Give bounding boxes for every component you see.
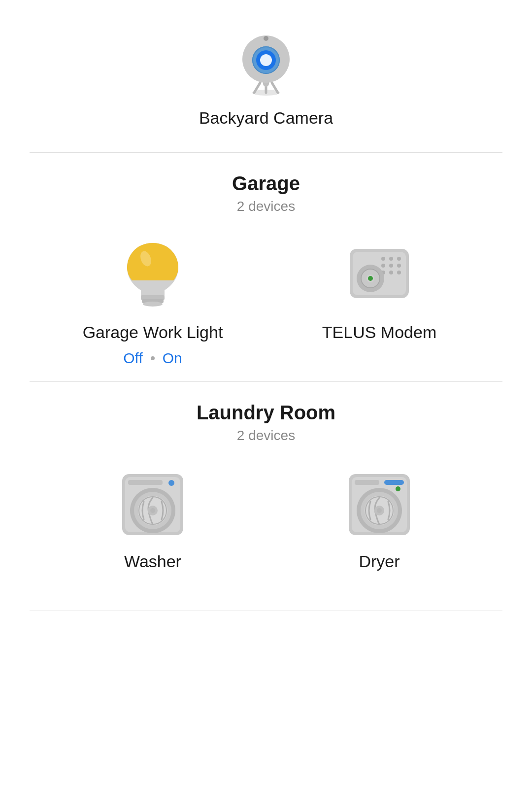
- svg-point-34: [168, 480, 174, 486]
- svg-point-13: [143, 302, 163, 307]
- svg-point-17: [381, 257, 385, 261]
- telus-modem-label: TELUS Modem: [322, 323, 436, 342]
- dryer-item: Dryer: [286, 463, 473, 571]
- bottom-divider: [30, 611, 502, 611]
- garage-devices-grid: Garage Work Light Off On: [0, 234, 532, 367]
- svg-point-29: [368, 276, 373, 281]
- svg-point-22: [397, 264, 401, 268]
- svg-point-8: [260, 54, 272, 66]
- backyard-camera-icon[interactable]: [227, 20, 305, 99]
- svg-point-21: [389, 264, 393, 268]
- garage-work-light-on-button[interactable]: On: [163, 350, 182, 367]
- telus-modem-item: TELUS Modem: [286, 234, 473, 342]
- laundry-room-subtitle: 2 devices: [0, 428, 532, 444]
- svg-point-19: [397, 257, 401, 261]
- garage-work-light-controls: Off On: [123, 350, 182, 367]
- svg-rect-43: [384, 480, 404, 485]
- garage-work-light-item: Garage Work Light Off On: [59, 234, 246, 367]
- svg-rect-42: [355, 480, 379, 485]
- washer-icon[interactable]: [113, 463, 192, 542]
- backyard-camera-section: Backyard Camera: [0, 0, 532, 152]
- washer-item: Washer: [59, 463, 246, 571]
- svg-rect-33: [128, 480, 163, 485]
- dryer-label: Dryer: [359, 552, 399, 571]
- garage-work-light-off-button[interactable]: Off: [123, 350, 142, 367]
- controls-separator: [151, 356, 155, 360]
- svg-point-44: [396, 486, 400, 491]
- svg-point-39: [150, 508, 155, 513]
- svg-point-24: [389, 271, 393, 274]
- laundry-room-section: Laundry Room 2 devices: [0, 382, 532, 586]
- telus-modem-icon[interactable]: [340, 234, 419, 313]
- garage-subtitle: 2 devices: [0, 199, 532, 214]
- dryer-icon[interactable]: [340, 463, 419, 542]
- svg-point-25: [397, 271, 401, 274]
- svg-point-49: [377, 508, 382, 513]
- svg-point-9: [264, 36, 268, 41]
- washer-label: Washer: [124, 552, 181, 571]
- garage-work-light-icon[interactable]: [113, 234, 192, 313]
- garage-section: Garage 2 devices Garage Work Light Off: [0, 153, 532, 381]
- backyard-camera-label: Backyard Camera: [199, 108, 333, 128]
- garage-title: Garage: [0, 172, 532, 195]
- svg-point-20: [381, 264, 385, 268]
- garage-work-light-label: Garage Work Light: [83, 323, 223, 342]
- laundry-room-title: Laundry Room: [0, 402, 532, 424]
- laundry-devices-grid: Washer: [0, 463, 532, 571]
- svg-point-18: [389, 257, 393, 261]
